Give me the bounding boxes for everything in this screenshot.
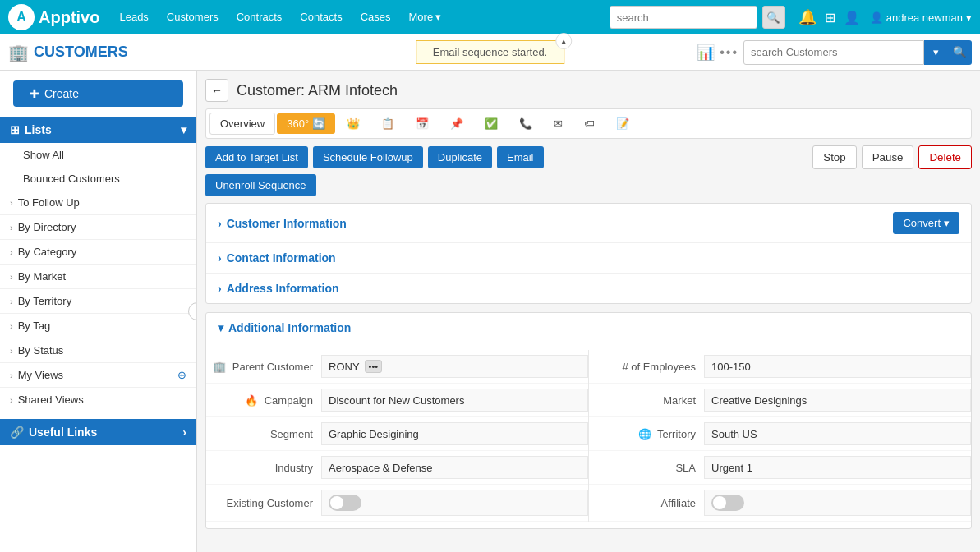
- tab-check[interactable]: ✅: [475, 113, 508, 134]
- customers-search-input[interactable]: [743, 40, 924, 65]
- sidebar-item-to-follow-up[interactable]: › To Follow Up: [0, 191, 196, 215]
- sidebar-item-by-status[interactable]: › By Status: [0, 338, 196, 363]
- section-expand-icon: ›: [218, 217, 222, 230]
- affiliate-toggle[interactable]: [711, 494, 744, 511]
- industry-value: Aerospace & Defense: [321, 456, 588, 479]
- sla-label: SLA: [589, 462, 704, 474]
- additional-info-left: 🏢 Parent Customer RONY ••• 🔥 Campaign: [206, 350, 589, 522]
- right-actions: Stop Pause Delete: [812, 145, 972, 169]
- user-menu[interactable]: 👤 andrea newman ▾: [870, 12, 972, 24]
- tab-email[interactable]: ✉: [544, 113, 573, 134]
- useful-links-header[interactable]: 🔗 Useful Links ›: [0, 419, 196, 445]
- delete-button[interactable]: Delete: [918, 145, 972, 169]
- field-affiliate: Affiliate: [589, 485, 971, 522]
- stop-button[interactable]: Stop: [812, 145, 856, 169]
- duplicate-button[interactable]: Duplicate: [428, 146, 492, 168]
- segment-value: Graphic Desigining: [321, 422, 588, 445]
- more-chevron-icon: ▾: [435, 0, 441, 34]
- convert-button[interactable]: Convert ▾: [893, 212, 959, 234]
- nav-contacts[interactable]: Contacts: [293, 0, 348, 34]
- industry-label: Industry: [206, 462, 321, 474]
- customer-information-section[interactable]: › Customer Information Convert ▾: [206, 204, 971, 243]
- sidebar-item-by-directory[interactable]: › By Directory: [0, 215, 196, 240]
- tab-pin[interactable]: 📌: [440, 113, 473, 134]
- additional-information-header[interactable]: ▾ Additional Information: [206, 313, 971, 343]
- section-collapse-icon: ▾: [218, 321, 223, 334]
- nav-leads[interactable]: Leads: [113, 0, 154, 34]
- nav-more[interactable]: More ▾: [403, 0, 449, 34]
- parent-customer-value: RONY •••: [321, 355, 588, 378]
- convert-chevron-icon: ▾: [944, 217, 950, 229]
- tab-phone[interactable]: 📞: [509, 113, 542, 134]
- campaign-label: 🔥 Campaign: [206, 394, 321, 407]
- banner-collapse-icon[interactable]: ▲: [555, 33, 572, 49]
- parent-customer-picker-icon[interactable]: •••: [365, 360, 383, 373]
- useful-links-icon: 🔗: [10, 426, 24, 439]
- chevron-right-icon: ›: [10, 247, 13, 257]
- add-view-icon[interactable]: ⊕: [177, 369, 186, 381]
- chevron-right-icon: ›: [10, 395, 13, 405]
- tab-360[interactable]: 360° 🔄: [277, 113, 335, 134]
- detail-tabs: Overview 360° 🔄 👑 📋 📅 📌 ✅ 📞 ✉ 🏷 📝: [205, 108, 972, 139]
- sidebar-item-by-market[interactable]: › By Market: [0, 264, 196, 289]
- add-to-target-list-button[interactable]: Add to Target List: [205, 146, 308, 168]
- user-profile-icon[interactable]: 👤: [844, 10, 860, 25]
- sidebar: ✚ Create ⊞ Lists ▾ Show All Bounced Cust…: [0, 71, 197, 552]
- create-plus-icon: ✚: [30, 87, 39, 100]
- tab-list[interactable]: 📋: [371, 113, 404, 134]
- contact-information-section[interactable]: › Contact Information: [206, 243, 971, 274]
- notifications-icon[interactable]: 🔔: [798, 8, 817, 26]
- global-search-button[interactable]: 🔍: [762, 6, 785, 29]
- create-button[interactable]: ✚ Create: [13, 80, 183, 107]
- back-button[interactable]: ←: [205, 79, 228, 102]
- collapse-icon: ‹: [196, 306, 197, 317]
- section-title: 🏢 CUSTOMERS: [8, 43, 128, 62]
- nav-cases[interactable]: Cases: [354, 0, 398, 34]
- unenroll-sequence-button[interactable]: Unenroll Sequence: [205, 174, 316, 196]
- grid-icon[interactable]: ⊞: [825, 10, 835, 25]
- customers-title-text: CUSTOMERS: [34, 44, 128, 61]
- sidebar-item-bounced-customers[interactable]: Bounced Customers: [0, 167, 196, 191]
- global-search-input[interactable]: [610, 6, 757, 29]
- refresh-icon: 🔄: [312, 117, 325, 130]
- sidebar-item-by-tag[interactable]: › By Tag: [0, 314, 196, 338]
- convert-wrapper: Convert ▾: [893, 212, 959, 234]
- parent-customer-label: 🏢 Parent Customer: [206, 361, 321, 373]
- more-options-button[interactable]: •••: [720, 45, 738, 60]
- sidebar-item-show-all[interactable]: Show All: [0, 143, 196, 167]
- field-sla: SLA Urgent 1: [589, 451, 971, 485]
- nav-contracts[interactable]: Contracts: [230, 0, 289, 34]
- action-bar: Add to Target List Schedule Followup Dup…: [205, 145, 972, 169]
- sidebar-item-shared-views[interactable]: › Shared Views: [0, 388, 196, 412]
- market-value: Creative Designings: [704, 389, 971, 412]
- user-menu-chevron-icon: ▾: [966, 12, 972, 24]
- tab-crown[interactable]: 👑: [337, 113, 370, 134]
- field-existing-customer: Existing Customer: [206, 485, 588, 522]
- tab-calendar[interactable]: 📅: [406, 113, 439, 134]
- tab-tag[interactable]: 🏷: [574, 113, 605, 134]
- building-icon: 🏢: [213, 361, 226, 373]
- back-arrow-icon: ←: [211, 84, 223, 97]
- email-button[interactable]: Email: [497, 146, 544, 168]
- affiliate-value: [704, 490, 971, 516]
- tab-notes[interactable]: 📝: [606, 113, 639, 134]
- chevron-right-icon: ›: [10, 321, 13, 331]
- logo-icon: A: [8, 4, 35, 30]
- sidebar-item-by-territory[interactable]: › By Territory: [0, 289, 196, 314]
- sidebar-item-by-category[interactable]: › By Category: [0, 240, 196, 264]
- sidebar-item-my-views[interactable]: › My Views ⊕: [0, 363, 196, 388]
- chevron-right-icon: ›: [10, 370, 13, 380]
- chart-icon[interactable]: 📊: [697, 44, 715, 62]
- search-go-button[interactable]: 🔍: [947, 40, 972, 65]
- tab-overview[interactable]: Overview: [209, 113, 275, 135]
- pause-button[interactable]: Pause: [862, 145, 914, 169]
- address-information-section[interactable]: › Address Information: [206, 274, 971, 303]
- existing-customer-toggle[interactable]: [329, 494, 361, 511]
- nav-customers[interactable]: Customers: [160, 0, 225, 34]
- customers-search: ▾ 🔍: [743, 40, 972, 65]
- sub-header: 🏢 CUSTOMERS Email sequence started. ▲ 📊 …: [0, 34, 980, 71]
- lists-header[interactable]: ⊞ Lists ▾: [0, 117, 196, 143]
- search-dropdown-button[interactable]: ▾: [924, 40, 947, 65]
- sections-wrapper: › Customer Information Convert ▾ › Conta…: [205, 203, 972, 304]
- schedule-followup-button[interactable]: Schedule Followup: [313, 146, 423, 168]
